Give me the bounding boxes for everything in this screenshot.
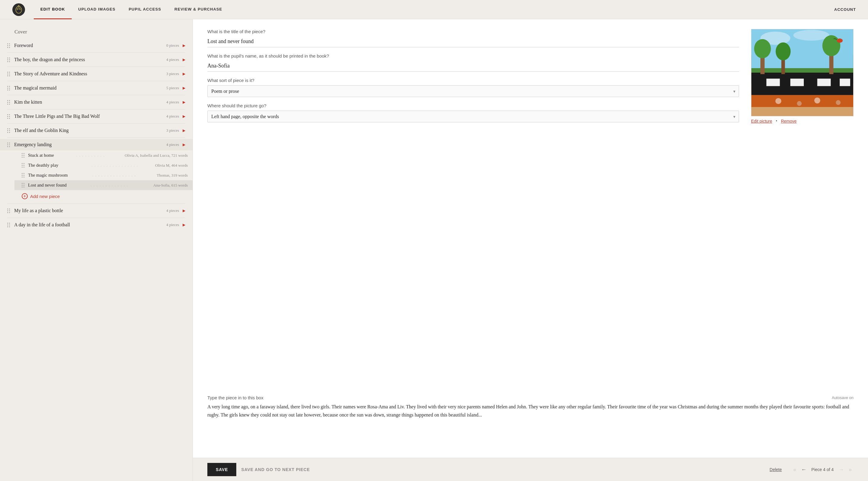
sidebar-item-elf-goblin[interactable]: The elf and the Goblin King 3 pieces ▶ xyxy=(0,125,193,136)
piece-drag-handle[interactable] xyxy=(22,183,24,188)
svg-point-19 xyxy=(814,97,820,103)
drag-handle[interactable] xyxy=(7,43,10,48)
svg-rect-15 xyxy=(840,79,850,86)
piece-meta: Ana-Sofia, 615 words xyxy=(153,183,188,188)
expand-arrow[interactable]: ▶ xyxy=(183,128,185,133)
piece-drag-handle[interactable] xyxy=(22,173,24,178)
drag-handle[interactable] xyxy=(7,209,10,213)
expand-arrow[interactable]: ▶ xyxy=(183,86,185,90)
drag-handle[interactable] xyxy=(7,114,10,119)
expand-arrow[interactable]: ▶ xyxy=(183,114,185,119)
sidebar-item-football-life[interactable]: A day in the life of a football 4 pieces… xyxy=(0,219,193,230)
bottom-bar: SAVE SAVE AND GO TO NEXT PIECE Delete « … xyxy=(193,458,868,481)
drag-handle[interactable] xyxy=(7,72,10,76)
image-actions: Edit picture • Remove xyxy=(751,119,854,124)
title-label: What is the title of the piece? xyxy=(207,29,739,34)
expand-arrow[interactable]: ▶ xyxy=(183,209,185,213)
expand-arrow[interactable]: ▶ xyxy=(183,72,185,76)
last-page-button[interactable]: » xyxy=(847,465,854,474)
sidebar-item-kim-kitten[interactable]: Kim the kitten 4 pieces ▶ xyxy=(0,96,193,108)
pagination: « ← Piece 4 of 4 → » xyxy=(792,465,854,474)
sidebar-item-boy-dragon[interactable]: The boy, the dragon and the princess 4 p… xyxy=(0,54,193,65)
pupil-input[interactable] xyxy=(207,61,739,72)
item-count: 5 pieces xyxy=(166,86,179,90)
account-link[interactable]: ACCOUNT xyxy=(834,7,856,12)
expand-arrow[interactable]: ▶ xyxy=(183,43,185,48)
svg-point-7 xyxy=(776,42,791,61)
nav-upload-images[interactable]: UPLOAD IMAGES xyxy=(72,0,122,19)
page-info: Piece 4 of 4 xyxy=(811,467,834,472)
piece-item-lost-never-found[interactable]: Lost and never found . . . . . . . . . .… xyxy=(14,180,193,190)
save-and-go-next-button[interactable]: SAVE AND GO TO NEXT PIECE xyxy=(241,463,310,476)
piece-dots: . . . . . . . . . . . . . xyxy=(91,183,152,188)
drag-handle[interactable] xyxy=(7,100,10,104)
piece-drag-handle[interactable] xyxy=(22,163,24,167)
expand-arrow[interactable]: ▶ xyxy=(183,100,185,104)
drag-handle[interactable] xyxy=(7,142,10,147)
text-area-label: Type the piece in to this box xyxy=(207,395,264,400)
title-input[interactable] xyxy=(207,36,739,47)
drag-handle[interactable] xyxy=(7,223,10,227)
sidebar-item-emergency-landing[interactable]: Emergency landing 4 pieces ▶ xyxy=(0,139,193,150)
sidebar: Cover Foreword 0 pieces ▶ The boy, the d… xyxy=(0,19,193,481)
pupil-field-group: What is the pupil's name, as it should b… xyxy=(207,53,739,72)
item-title: My life as a plastic bottle xyxy=(14,208,164,213)
item-count: 4 pieces xyxy=(166,222,179,227)
delete-button[interactable]: Delete xyxy=(770,467,782,472)
sidebar-item-plastic-bottle[interactable]: My life as a plastic bottle 4 pieces ▶ xyxy=(0,205,193,216)
nav-edit-book[interactable]: EDIT BOOK xyxy=(34,0,72,19)
sidebar-item-magical-mermaid[interactable]: The magical mermaid 5 pieces ▶ xyxy=(0,82,193,94)
piece-title: Stuck at home xyxy=(28,153,75,158)
svg-rect-12 xyxy=(767,79,780,86)
sidebar-item-three-pigs[interactable]: The Three Little Pigs and The Big Bad Wo… xyxy=(0,110,193,122)
text-area-header: Type the piece in to this box Autosave o… xyxy=(207,395,854,400)
piece-meta: Olivia A, Isabella and Lucca, 721 words xyxy=(125,153,188,158)
first-page-button[interactable]: « xyxy=(792,465,798,474)
piece-item-stuck-at-home[interactable]: Stuck at home . . . . . . . . . . Olivia… xyxy=(14,150,193,160)
piece-list: Stuck at home . . . . . . . . . . Olivia… xyxy=(14,150,193,190)
drag-handle[interactable] xyxy=(7,128,10,133)
sidebar-item-foreword[interactable]: Foreword 0 pieces ▶ xyxy=(0,40,193,51)
piece-item-magic-mushroom[interactable]: The magic mushroom . . . . . . . . . . .… xyxy=(14,170,193,180)
item-title: Kim the kitten xyxy=(14,99,164,105)
add-new-piece-button[interactable]: + Add new piece xyxy=(0,190,193,202)
piece-item-deathly-play[interactable]: The deathly play . . . . . . . . . . . .… xyxy=(14,160,193,170)
piece-text-input[interactable]: A very long time ago, on a faraway islan… xyxy=(207,403,854,457)
expand-arrow[interactable]: ▶ xyxy=(183,58,185,62)
save-button[interactable]: SAVE xyxy=(207,463,236,476)
expand-arrow[interactable]: ▶ xyxy=(183,142,185,147)
picture-select[interactable]: Left hand page, opposite the words Right… xyxy=(207,110,739,122)
artwork-image xyxy=(751,29,854,116)
item-count: 4 pieces xyxy=(166,114,179,119)
drag-handle[interactable] xyxy=(7,58,10,62)
sort-select[interactable]: Poem or prose Story Poem Non-fiction Oth… xyxy=(207,85,739,97)
svg-rect-14 xyxy=(817,79,831,86)
logo[interactable] xyxy=(12,3,25,16)
nav-pupil-access[interactable]: PUPIL ACCESS xyxy=(122,0,168,19)
remove-picture-link[interactable]: Remove xyxy=(781,119,797,124)
piece-meta: Thomas, 319 words xyxy=(157,173,188,178)
sort-label: What sort of piece is it? xyxy=(207,78,739,83)
form-section: What is the title of the piece? What is … xyxy=(207,29,739,385)
item-count: 0 pieces xyxy=(166,43,179,48)
piece-drag-handle[interactable] xyxy=(22,153,24,158)
nav-links: EDIT BOOK UPLOAD IMAGES PUPIL ACCESS REV… xyxy=(34,0,834,19)
image-separator: • xyxy=(776,119,777,124)
text-area-section: Type the piece in to this box Autosave o… xyxy=(193,395,868,458)
item-title: The Story of Adventure and Kindness xyxy=(14,71,164,76)
drag-handle[interactable] xyxy=(7,86,10,90)
autosave-badge: Autosave on xyxy=(832,395,854,400)
prev-page-button[interactable]: ← xyxy=(799,465,808,474)
item-title: The elf and the Goblin King xyxy=(14,128,164,133)
picture-field-group: Where should the picture go? Left hand p… xyxy=(207,103,739,122)
nav-review-purchase[interactable]: REVIEW & PURCHASE xyxy=(168,0,229,19)
expand-arrow[interactable]: ▶ xyxy=(183,223,185,227)
item-count: 4 pieces xyxy=(166,142,179,147)
item-title: Foreword xyxy=(14,43,164,48)
next-page-button[interactable]: → xyxy=(837,465,846,474)
piece-title: The deathly play xyxy=(28,163,90,168)
picture-label: Where should the picture go? xyxy=(207,103,739,108)
sidebar-item-adventure-kindness[interactable]: The Story of Adventure and Kindness 3 pi… xyxy=(0,68,193,79)
svg-point-9 xyxy=(823,35,841,56)
edit-picture-link[interactable]: Edit picture xyxy=(751,119,772,124)
